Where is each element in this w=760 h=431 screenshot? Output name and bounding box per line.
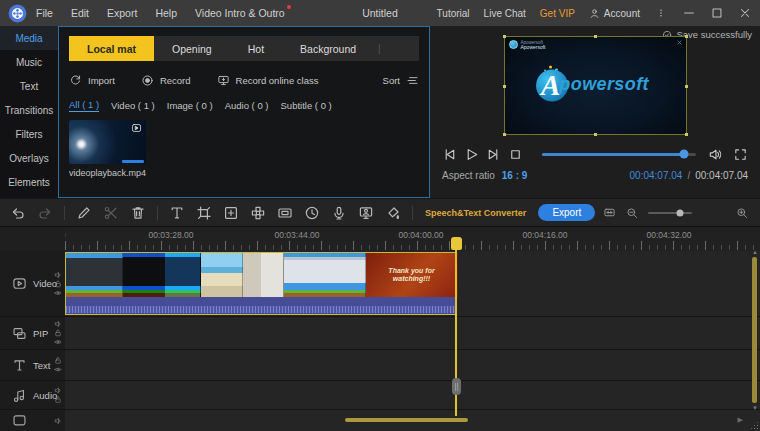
zoom-out-icon[interactable] [626, 206, 638, 220]
delete-icon[interactable] [130, 205, 146, 221]
playhead-grip[interactable] [452, 378, 461, 395]
preview-progress-slider[interactable] [542, 153, 696, 156]
horizontal-scrollbar[interactable] [345, 418, 468, 422]
tab-hot[interactable]: Hot [230, 36, 282, 61]
speaker-icon[interactable] [54, 417, 62, 425]
track-content-video[interactable]: Thank you for watching!!! [65, 251, 760, 316]
more-menu-button[interactable] [654, 6, 668, 20]
menu-edit[interactable]: Edit [71, 7, 89, 19]
account-button[interactable]: Account [589, 8, 640, 19]
tab-background[interactable]: Background [282, 36, 374, 61]
track-header-pip[interactable]: PIP [0, 317, 65, 349]
sidebar-item-media[interactable]: Media [0, 26, 58, 50]
fill-icon[interactable] [385, 205, 401, 221]
prev-frame-icon[interactable] [442, 147, 457, 162]
mic-icon[interactable] [331, 205, 347, 221]
track-content-audio[interactable] [65, 381, 760, 409]
sidebar-item-transitions[interactable]: Transitions [0, 98, 58, 122]
filter-video[interactable]: Video ( 1 ) [111, 100, 155, 111]
undo-icon[interactable] [10, 205, 26, 221]
resize-handle[interactable] [594, 133, 597, 136]
maximize-button[interactable] [710, 6, 724, 20]
speaker-icon[interactable] [54, 320, 62, 328]
import-button[interactable]: Import [69, 74, 115, 87]
tab-opening[interactable]: Opening [154, 36, 230, 61]
volume-icon[interactable] [708, 147, 723, 162]
timeline-ruler[interactable]: 00:03:12.0000:03:28.0000:03:44.0000:04:0… [65, 227, 760, 251]
menu-help[interactable]: Help [155, 7, 177, 19]
sidebar-item-music[interactable]: Music [0, 50, 58, 74]
autoscroll-icon[interactable]: ▶ [738, 416, 743, 424]
resize-handle[interactable] [503, 35, 506, 38]
duration-icon[interactable] [304, 205, 320, 221]
watermark-close-icon[interactable] [676, 39, 683, 46]
speaker-icon[interactable] [54, 387, 62, 395]
link-get-vip[interactable]: Get VIP [540, 8, 575, 19]
link-tutorial[interactable]: Tutorial [437, 8, 470, 19]
resize-handle[interactable] [685, 85, 688, 88]
resize-handle[interactable] [685, 133, 688, 136]
next-frame-icon[interactable] [486, 147, 501, 162]
zoom-in-icon[interactable] [736, 206, 748, 220]
playhead-flag[interactable] [451, 237, 462, 250]
sidebar-item-overlays[interactable]: Overlays [0, 146, 58, 170]
filter-audio[interactable]: Audio ( 0 ) [225, 100, 269, 111]
resize-handle[interactable] [685, 35, 688, 38]
track-header-text[interactable]: Text [0, 350, 65, 380]
mosaic-icon[interactable] [250, 205, 266, 221]
resize-handle[interactable] [503, 85, 506, 88]
minimize-button[interactable] [682, 6, 696, 20]
scroll-up-icon[interactable]: ▲ [752, 249, 758, 255]
presenter-icon[interactable] [358, 205, 374, 221]
track-header-audio[interactable]: Audio [0, 381, 65, 409]
mask-icon[interactable] [277, 205, 293, 221]
fit-icon[interactable] [603, 205, 616, 220]
stop-icon[interactable] [508, 147, 523, 162]
sort-button[interactable]: Sort [383, 74, 419, 87]
record-button[interactable]: Record [141, 74, 191, 87]
lock-icon[interactable] [54, 280, 62, 288]
play-icon[interactable] [464, 147, 479, 162]
lock-icon[interactable] [54, 357, 62, 365]
resize-handle[interactable] [503, 133, 506, 136]
export-button[interactable]: Export [538, 204, 595, 221]
tab-local-mat[interactable]: Local mat [69, 36, 154, 61]
sidebar-item-text[interactable]: Text [0, 74, 58, 98]
track-content-text[interactable] [65, 350, 760, 380]
menu-file[interactable]: File [36, 7, 53, 19]
progress-knob[interactable] [679, 150, 688, 159]
track-header-item[interactable] [0, 410, 65, 431]
text-icon[interactable] [169, 205, 185, 221]
preview-screen[interactable]: Apowersoft Apowersoft A powersoft [504, 36, 687, 135]
media-clip-card[interactable]: videoplayback.mp4 [69, 120, 146, 178]
sidebar-item-filters[interactable]: Filters [0, 122, 58, 146]
aspect-ratio-value[interactable]: 16 : 9 [502, 170, 528, 181]
vertical-scrollbar[interactable] [752, 257, 757, 403]
menu-export[interactable]: Export [107, 7, 137, 19]
zoom-slider-knob[interactable] [676, 209, 683, 216]
crop-icon[interactable] [196, 205, 212, 221]
lock-icon[interactable] [54, 396, 62, 404]
fullscreen-icon[interactable] [733, 147, 748, 162]
speech-text-converter-button[interactable]: Speech&Text Converter [425, 208, 526, 218]
speaker-icon[interactable] [54, 271, 62, 279]
lock-icon[interactable] [54, 329, 62, 337]
eye-icon[interactable] [54, 338, 62, 346]
resize-handle[interactable] [594, 35, 597, 38]
timeline-video-clip[interactable]: Thank you for watching!!! [65, 252, 457, 315]
link-live-chat[interactable]: Live Chat [484, 8, 526, 19]
track-content-pip[interactable] [65, 317, 760, 349]
eye-icon[interactable] [54, 366, 62, 374]
close-button[interactable] [738, 6, 752, 20]
media-clip-thumbnail[interactable] [69, 120, 146, 164]
filter-all[interactable]: All ( 1 ) [69, 99, 99, 112]
sidebar-item-elements[interactable]: Elements [0, 170, 58, 194]
menu-video-intro-outro[interactable]: Video Intro & Outro [195, 7, 285, 19]
record-online-class-button[interactable]: Record online class [217, 74, 319, 87]
eye-icon[interactable] [54, 289, 62, 297]
zoom-frame-icon[interactable] [223, 205, 239, 221]
filter-subtitle[interactable]: Subtitle ( 0 ) [281, 100, 332, 111]
timeline-zoom-slider[interactable] [648, 212, 691, 214]
filter-image[interactable]: Image ( 0 ) [167, 100, 213, 111]
edit-icon[interactable] [76, 205, 92, 221]
